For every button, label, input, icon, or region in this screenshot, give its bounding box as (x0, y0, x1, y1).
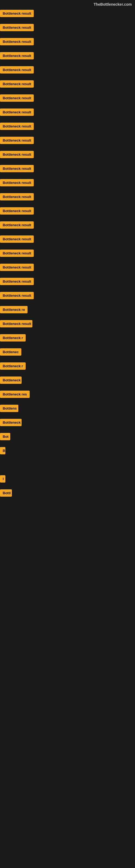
bottleneck-badge[interactable]: Bottleneck result (0, 137, 34, 144)
bottleneck-badge[interactable]: Bot (0, 433, 10, 440)
bottleneck-badge[interactable]: B (0, 447, 5, 454)
site-header: TheBottlenecker.com (0, 0, 135, 8)
list-item: Bottleneck r (0, 360, 135, 372)
list-item: I (0, 473, 135, 485)
list-item: Bottleneck result (0, 120, 135, 132)
bottleneck-badge[interactable]: Bottleneck (0, 376, 21, 384)
bottleneck-badge[interactable]: Bottleneck result (0, 151, 34, 158)
list-item: Bottleneck result (0, 149, 135, 160)
bottleneck-badge[interactable]: Bottleneck re (0, 306, 28, 313)
bottleneck-badge[interactable]: Bottlenec (0, 348, 21, 355)
list-item (0, 459, 135, 470)
bottleneck-badge[interactable]: Bottleneck result (0, 250, 34, 257)
list-item: Bot (0, 431, 135, 442)
list-item: Bottleneck result (0, 290, 135, 301)
bottleneck-badge[interactable]: Bottleneck result (0, 66, 34, 73)
bottleneck-badge[interactable]: Bottleneck result (0, 221, 34, 229)
list-item: Bottleneck result (0, 50, 135, 61)
bottleneck-badge[interactable]: Bottleneck result (0, 179, 34, 186)
list-item: Bottleneck re (0, 304, 135, 315)
list-item: Bottleneck result (0, 233, 135, 245)
bottleneck-badge[interactable]: Bottleneck result (0, 80, 34, 88)
bottleneck-badge[interactable]: Bottleneck r (0, 362, 26, 370)
list-item: Bottleneck result (0, 276, 135, 287)
bottleneck-badge[interactable]: Bottleneck result (0, 10, 34, 17)
list-item: Bottleneck result (0, 191, 135, 203)
list-item: Bottleneck result (0, 64, 135, 75)
list-item: Bottleneck r (0, 332, 135, 343)
list-item: Bottleneck result (0, 205, 135, 216)
list-item: Bottleneck result (0, 36, 135, 47)
bottleneck-badge[interactable]: Bottleneck result (0, 123, 34, 130)
bottleneck-badge[interactable]: I (0, 475, 5, 483)
list-item: Bottlens (0, 403, 135, 414)
bottleneck-badge[interactable]: Bottleneck res (0, 391, 30, 398)
list-item: Bottleneck result (0, 22, 135, 33)
bottleneck-badge[interactable]: Bottleneck result (0, 278, 34, 285)
bottleneck-badge[interactable]: Bottleneck result (0, 108, 34, 116)
bottleneck-badge[interactable]: Bottleneck result (0, 24, 34, 31)
list-item: Bottleneck res (0, 389, 135, 400)
list-item: B (0, 445, 135, 456)
bottleneck-badge[interactable]: Bottleneck r (0, 334, 26, 341)
list-item: Bottleneck (0, 416, 135, 428)
list-item: Bottleneck result (0, 92, 135, 104)
list-item: Bottleneck result (0, 134, 135, 146)
bottleneck-badge[interactable]: Bottleneck result (0, 236, 34, 243)
bottleneck-badge[interactable]: Bottlens (0, 405, 18, 412)
bottleneck-badge[interactable]: Bottleneck result (0, 165, 34, 172)
bottleneck-badge[interactable]: Bottleneck result (0, 264, 34, 271)
list-item: Bottleneck result (0, 163, 135, 174)
bottleneck-badge[interactable]: Bottleneck result (0, 207, 34, 215)
bottleneck-badge[interactable]: Bottleneck result (0, 52, 34, 59)
bottleneck-badge[interactable]: Bottl (0, 489, 12, 497)
list-item: Bottleneck result (0, 8, 135, 19)
bottleneck-badge[interactable]: Bottleneck result (0, 193, 34, 200)
bottleneck-badge[interactable]: Bottleneck result (0, 292, 34, 299)
list-item: Bottleneck result (0, 261, 135, 273)
bottleneck-badge[interactable]: Bottleneck result (0, 320, 32, 328)
list-item: Bottleneck (0, 374, 135, 386)
list-item: Bottlenec (0, 346, 135, 358)
list-item: Bottleneck result (0, 219, 135, 230)
list-item: Bottleneck result (0, 247, 135, 259)
list-item: Bottleneck result (0, 177, 135, 188)
bottleneck-badge[interactable]: Bottleneck (0, 419, 21, 426)
list-item: Bottleneck result (0, 78, 135, 90)
list-item: Bottleneck result (0, 106, 135, 118)
list-item: Bottl (0, 487, 135, 499)
bottleneck-badge[interactable]: Bottleneck result (0, 94, 34, 102)
list-item: Bottleneck result (0, 318, 135, 329)
site-title: TheBottlenecker.com (93, 2, 132, 6)
bottleneck-badge[interactable]: Bottleneck result (0, 38, 34, 45)
